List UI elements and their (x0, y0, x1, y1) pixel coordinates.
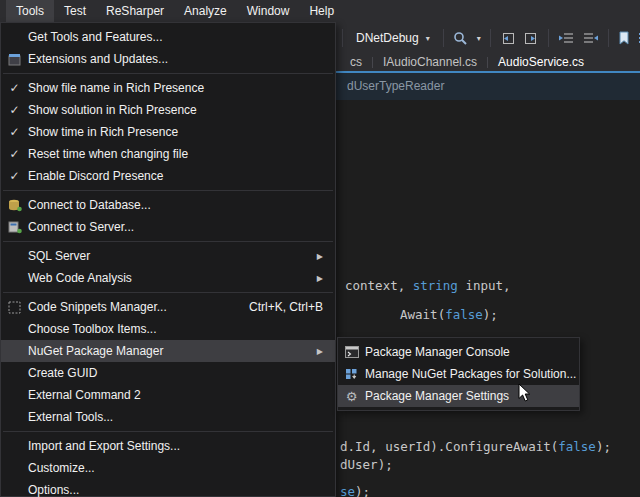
menu-item-label: Code Snippets Manager... (28, 300, 231, 314)
menubar-item-analyze[interactable]: Analyze (174, 0, 237, 22)
menu-item-get-tools-and-features[interactable]: Get Tools and Features... (1, 26, 335, 48)
extensions-icon (1, 53, 28, 66)
code-keyword: string (413, 278, 458, 293)
bookmark-icon[interactable] (618, 29, 630, 47)
toolbar-separator (342, 29, 343, 47)
toolbar-separator (490, 29, 491, 47)
menu-item-import-export-settings[interactable]: Import and Export Settings... (1, 435, 335, 457)
code-line: se); (340, 484, 370, 497)
submenu-arrow-icon: ▶ (317, 252, 323, 261)
navigation-member-label: dUserTypeReader (347, 79, 444, 93)
menu-item-web-code-analysis[interactable]: Web Code Analysis ▶ (1, 267, 335, 289)
menu-item-external-command-2[interactable]: External Command 2 (1, 384, 335, 406)
checkmark-icon: ✓ (1, 103, 28, 117)
checkmark-icon: ✓ (1, 81, 28, 95)
submenu-item-label: Manage NuGet Packages for Solution... (365, 367, 576, 381)
code-text: context, (345, 278, 413, 293)
server-icon (1, 221, 28, 234)
chevron-down-icon: ▾ (426, 34, 430, 43)
menu-item-extensions-and-updates[interactable]: Extensions and Updates... (1, 48, 335, 70)
checkmark-icon: ✓ (1, 125, 28, 139)
submenu-arrow-icon: ▶ (317, 347, 323, 356)
menu-bar: Tools Test ReSharper Analyze Window Help (0, 0, 640, 22)
menu-item-reset-time[interactable]: ✓ Reset time when changing file (1, 143, 335, 165)
visual-studio-window: Tools Test ReSharper Analyze Window Help… (0, 0, 640, 497)
menu-item-enable-discord-presence[interactable]: ✓ Enable Discord Presence (1, 165, 335, 187)
menu-item-create-guid[interactable]: Create GUID (1, 362, 335, 384)
navigate-backward-icon[interactable] (500, 29, 515, 47)
menu-item-label: Options... (28, 483, 323, 497)
menu-item-connect-to-database[interactable]: Connect to Database... (1, 194, 335, 216)
menubar-item-tools[interactable]: Tools (6, 0, 54, 22)
menu-item-label: Get Tools and Features... (28, 30, 323, 44)
menu-item-label: Import and Export Settings... (28, 439, 323, 453)
manage-packages-icon (338, 368, 365, 380)
menu-item-label: External Command 2 (28, 388, 323, 402)
toolbar-separator (608, 29, 609, 47)
menubar-item-help[interactable]: Help (299, 0, 344, 22)
menu-item-nuget-package-manager[interactable]: NuGet Package Manager ▶ (1, 340, 335, 362)
submenu-item-package-manager-console[interactable]: Package Manager Console (338, 341, 579, 363)
menu-item-customize[interactable]: Customize... (1, 457, 335, 479)
code-text: ); (483, 307, 498, 322)
submenu-item-label: Package Manager Settings (365, 389, 567, 403)
database-icon (1, 199, 28, 212)
menu-item-label: Extensions and Updates... (28, 52, 323, 66)
code-line: context, string input, (345, 278, 511, 293)
toolbar-separator (443, 29, 444, 47)
tab-iaudiochannel[interactable]: IAudioChannel.cs (373, 54, 487, 71)
code-keyword: se (340, 484, 355, 497)
menu-item-label: Enable Discord Presence (28, 169, 323, 183)
tools-menu: Get Tools and Features... Extensions and… (0, 22, 336, 497)
menu-item-options[interactable]: Options... (1, 479, 335, 497)
menu-item-show-solution[interactable]: ✓ Show solution in Rich Presence (1, 99, 335, 121)
menu-separator (3, 190, 333, 191)
tab-audioservice[interactable]: AudioService.cs (488, 54, 594, 71)
debug-target-dropdown[interactable]: DNetDebug ▾ (352, 29, 434, 47)
menu-item-code-snippets-manager[interactable]: Code Snippets Manager... Ctrl+K, Ctrl+B (1, 296, 335, 318)
menubar-item-window[interactable]: Window (237, 0, 300, 22)
tab-partial[interactable]: cs (340, 54, 372, 71)
menu-separator (3, 241, 333, 242)
checkmark-icon: ✓ (1, 147, 28, 161)
menu-item-shortcut: Ctrl+K, Ctrl+B (249, 300, 323, 314)
menu-item-choose-toolbox-items[interactable]: Choose Toolbox Items... (1, 318, 335, 340)
menubar-item-resharper[interactable]: ReSharper (96, 0, 174, 22)
submenu-item-package-manager-settings[interactable]: ⚙ Package Manager Settings (338, 385, 579, 407)
menu-item-connect-to-server[interactable]: Connect to Server... (1, 216, 335, 238)
menu-item-external-tools[interactable]: External Tools... (1, 406, 335, 428)
menu-item-label: Web Code Analysis (28, 271, 309, 285)
indent-increase-icon[interactable] (583, 29, 599, 47)
nuget-package-manager-submenu: Package Manager Console Manage NuGet Pac… (337, 337, 580, 411)
code-line: dUser); (340, 457, 393, 472)
code-snippets-icon (1, 301, 28, 314)
console-icon (338, 346, 365, 358)
chevron-down-icon[interactable]: ▾ (477, 34, 481, 43)
menu-item-sql-server[interactable]: SQL Server ▶ (1, 245, 335, 267)
menu-separator (3, 73, 333, 74)
navigate-forward-icon[interactable] (524, 29, 539, 47)
gear-icon: ⚙ (338, 390, 365, 403)
menu-item-label: NuGet Package Manager (28, 344, 309, 358)
menu-item-show-time[interactable]: ✓ Show time in Rich Presence (1, 121, 335, 143)
code-line: Await(false); (400, 307, 498, 322)
menu-item-label: Connect to Database... (28, 198, 323, 212)
menu-item-show-file-name[interactable]: ✓ Show file name in Rich Presence (1, 77, 335, 99)
code-text: dUser); (340, 457, 393, 472)
code-keyword: false (445, 307, 483, 322)
menu-item-label: External Tools... (28, 410, 323, 424)
menu-item-label: Create GUID (28, 366, 323, 380)
indent-decrease-icon[interactable] (558, 29, 574, 47)
find-in-files-icon[interactable] (453, 29, 468, 47)
submenu-item-label: Package Manager Console (365, 345, 567, 359)
code-text: d.Id, userId).ConfigureAwait( (340, 439, 558, 454)
menu-separator (3, 292, 333, 293)
menu-item-label: Show file name in Rich Presence (28, 81, 323, 95)
code-line: d.Id, userId).ConfigureAwait(false); (340, 439, 611, 454)
menubar-item-test[interactable]: Test (54, 0, 96, 22)
code-text: Await( (400, 307, 445, 322)
menu-item-label: Show time in Rich Presence (28, 125, 323, 139)
submenu-item-manage-nuget-packages[interactable]: Manage NuGet Packages for Solution... (338, 363, 579, 385)
code-text: input, (458, 278, 511, 293)
code-keyword: false (558, 439, 596, 454)
